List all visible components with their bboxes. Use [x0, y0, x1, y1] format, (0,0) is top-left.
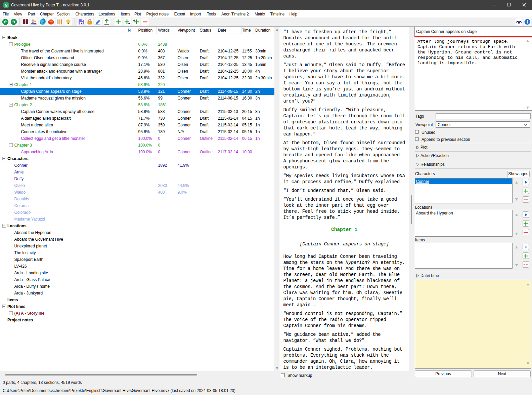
svg-text:N: N	[5, 3, 8, 8]
